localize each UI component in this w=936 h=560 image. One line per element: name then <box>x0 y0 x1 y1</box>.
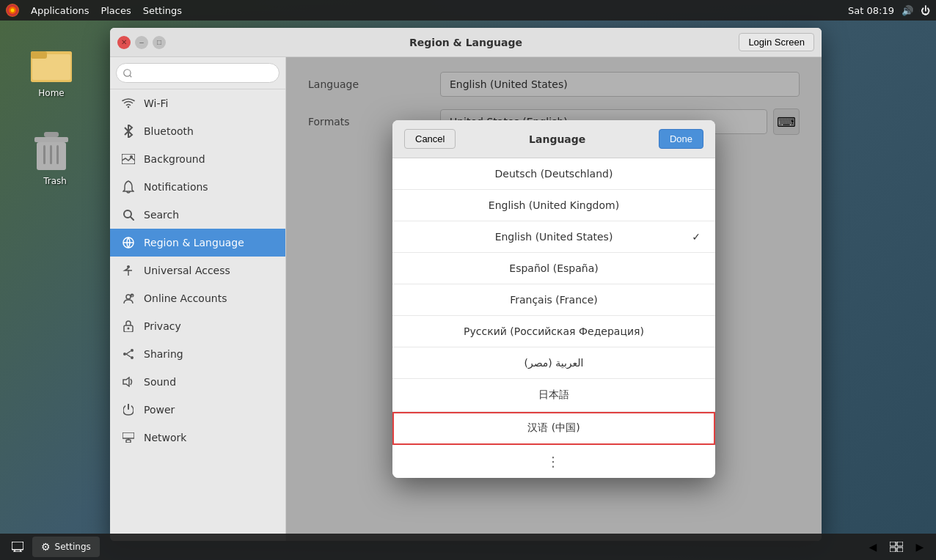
online-accounts-icon: + <box>122 292 135 305</box>
svg-rect-31 <box>126 440 131 443</box>
dialog-header: Cancel Language Done <box>392 120 715 158</box>
lang-item-espanol[interactable]: Español (España) <box>392 253 715 284</box>
sidebar-item-power[interactable]: Power <box>110 396 285 424</box>
sharing-icon <box>122 347 135 361</box>
checkmark-icon: ✓ <box>692 231 701 243</box>
window-title: Region & Language <box>409 37 522 48</box>
network-icon <box>122 431 135 444</box>
lang-item-chinese[interactable]: 汉语 (中国) <box>392 412 715 445</box>
sidebar-item-bluetooth-label: Bluetooth <box>144 125 194 137</box>
datetime-label: Sat 08:19 <box>848 5 894 16</box>
svg-line-28 <box>126 351 131 354</box>
bluetooth-icon <box>122 125 135 138</box>
lang-item-japanese[interactable]: 日本語 <box>392 379 715 412</box>
sidebar-item-privacy[interactable]: Privacy <box>110 312 285 340</box>
accessibility-icon <box>122 264 135 277</box>
svg-point-25 <box>131 349 134 352</box>
window-maximize-button[interactable]: □ <box>153 36 166 49</box>
desktop-icon-home[interactable]: Home <box>22 44 81 98</box>
lang-item-russian[interactable]: Русский (Российская Федерация) <box>392 316 715 347</box>
lang-item-arabic[interactable]: العربية (مصر) <box>392 347 715 379</box>
window-controls: ✕ – □ <box>117 36 166 49</box>
desktop: Applications Places Settings Sat 08:19 🔊… <box>0 0 936 560</box>
more-languages-button[interactable]: ⋮ <box>392 445 715 478</box>
dialog-title: Language <box>461 133 652 145</box>
sidebar-item-wifi[interactable]: Wi-Fi <box>110 89 285 117</box>
desktop-icon-trash[interactable]: Trash <box>26 132 84 186</box>
search-icon <box>122 208 135 221</box>
topbar: Applications Places Settings Sat 08:19 🔊… <box>0 0 936 21</box>
sidebar-item-power-label: Power <box>144 404 175 416</box>
sidebar-item-background[interactable]: Background <box>110 145 285 173</box>
sound-icon[interactable]: 🔊 <box>902 5 913 16</box>
svg-point-24 <box>128 328 130 330</box>
language-dialog: Cancel Language Done Deutsch (Deutschlan… <box>392 120 715 478</box>
trash-icon-label: Trash <box>43 176 67 186</box>
settings-window: ✕ – □ Region & Language Login Screen <box>110 28 822 541</box>
taskbar-next-button[interactable]: ▶ <box>910 537 930 557</box>
lang-item-deutsch[interactable]: Deutsch (Deutschland) <box>392 158 715 190</box>
sidebar-item-sharing[interactable]: Sharing <box>110 340 285 368</box>
sidebar-item-region-label: Region & Language <box>144 237 244 248</box>
svg-point-19 <box>127 265 130 268</box>
sidebar-search-input[interactable] <box>116 63 279 83</box>
taskbar-settings-label: Settings <box>55 542 91 552</box>
dialog-overlay: Cancel Language Done Deutsch (Deutschlan… <box>286 57 822 541</box>
sidebar-item-network-label: Network <box>144 432 186 443</box>
svg-rect-10 <box>43 145 45 164</box>
power-icon[interactable]: ⏻ <box>921 5 930 16</box>
sidebar-item-search[interactable]: Search <box>110 201 285 229</box>
window-close-button[interactable]: ✕ <box>117 36 131 49</box>
sidebar-item-access-label: Universal Access <box>144 265 230 276</box>
svg-line-29 <box>126 354 131 357</box>
topbar-places[interactable]: Places <box>100 5 131 16</box>
taskbar-workspace-button[interactable] <box>886 537 907 557</box>
sidebar-item-online-accounts[interactable]: + Online Accounts <box>110 284 285 312</box>
dialog-cancel-button[interactable]: Cancel <box>404 129 456 149</box>
sidebar-item-region-language[interactable]: Region & Language <box>110 229 285 257</box>
sidebar-item-background-label: Background <box>144 153 205 165</box>
topbar-right: Sat 08:19 🔊 ⏻ <box>848 5 930 16</box>
window-titlebar: ✕ – □ Region & Language Login Screen <box>110 28 822 57</box>
window-minimize-button[interactable]: – <box>135 36 148 49</box>
power-sidebar-icon <box>122 403 135 416</box>
background-icon <box>122 152 135 166</box>
sidebar-item-sharing-label: Sharing <box>144 348 183 360</box>
topbar-applications[interactable]: Applications <box>31 5 89 16</box>
svg-point-27 <box>123 353 126 355</box>
svg-marker-30 <box>123 377 129 386</box>
sidebar: Wi-Fi Bluetooth <box>110 57 286 541</box>
svg-rect-41 <box>897 548 903 552</box>
sidebar-item-notifications[interactable]: Notifications <box>110 173 285 201</box>
svg-rect-32 <box>123 432 134 438</box>
topbar-left: Applications Places Settings <box>6 4 182 17</box>
lang-item-francais[interactable]: Français (France) <box>392 284 715 316</box>
sidebar-item-bluetooth[interactable]: Bluetooth <box>110 117 285 145</box>
svg-rect-12 <box>56 145 59 164</box>
svg-line-16 <box>131 217 134 220</box>
lang-item-english-uk[interactable]: English (United Kingdom) <box>392 190 715 221</box>
trash-icon <box>34 132 76 173</box>
topbar-settings[interactable]: Settings <box>143 5 182 16</box>
privacy-icon <box>122 320 135 333</box>
svg-point-26 <box>131 356 134 359</box>
taskbar-right: ◀ ▶ <box>863 537 930 557</box>
sidebar-item-privacy-label: Privacy <box>144 320 181 332</box>
login-screen-button[interactable]: Login Screen <box>739 33 814 51</box>
notifications-icon <box>122 180 135 194</box>
sidebar-item-universal-access[interactable]: Universal Access <box>110 257 285 284</box>
svg-rect-8 <box>34 137 68 142</box>
sidebar-item-online-label: Online Accounts <box>144 292 227 304</box>
sidebar-item-sound[interactable]: Sound <box>110 368 285 396</box>
sidebar-search-container <box>110 57 285 89</box>
taskbar-settings-window-btn[interactable]: ⚙ Settings <box>32 537 100 557</box>
taskbar-show-desktop[interactable] <box>6 537 29 557</box>
dialog-done-button[interactable]: Done <box>659 129 703 149</box>
svg-rect-40 <box>890 548 896 552</box>
sidebar-item-network[interactable]: Network <box>110 424 285 452</box>
taskbar-prev-button[interactable]: ◀ <box>863 537 883 557</box>
home-icon-label: Home <box>38 88 64 98</box>
sound-sidebar-icon <box>122 375 135 388</box>
lang-item-english-us[interactable]: English (United States) ✓ <box>392 221 715 253</box>
sidebar-item-sound-label: Sound <box>144 376 176 388</box>
